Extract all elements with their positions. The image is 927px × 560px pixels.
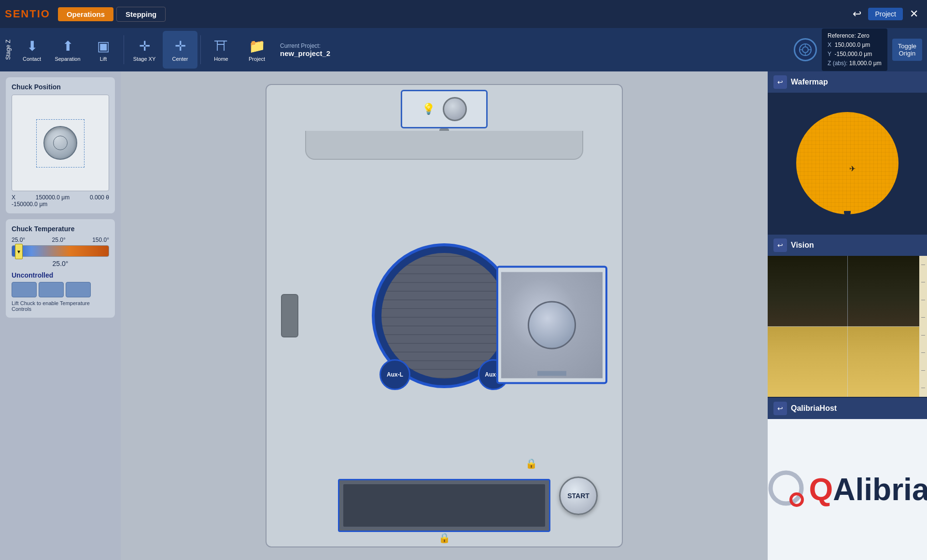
lift-btn[interactable]: ▣ Lift <box>86 31 121 69</box>
stage-xy-btn[interactable]: ✛ Stage XY <box>127 31 162 69</box>
chuck-x-value: 150000.0 μm <box>36 194 70 201</box>
qalibria-section: ↩ QalibriaHost QAlibria <box>768 398 927 560</box>
vision-content <box>768 256 927 397</box>
camera-inner <box>501 272 603 378</box>
wafermap-title: Wafermap <box>791 78 828 86</box>
reference-label: Reference: Zero <box>828 31 882 41</box>
wafermap-section: ↩ Wafermap ✈ <box>768 71 927 235</box>
temp-row: 25.0° 25.0° 150.0° <box>12 237 109 243</box>
vision-crosshair-v <box>847 256 848 397</box>
temp-block-2 <box>39 282 64 297</box>
separation-label: Separation <box>55 56 80 62</box>
y-coord-label: Y <box>828 51 831 57</box>
home-label: Home <box>214 56 228 62</box>
chuck-pos-values: X 150000.0 μm 0.000 θ <box>12 194 109 201</box>
home-btn[interactable]: ⛩ Home <box>204 31 239 69</box>
home-icon: ⛩ <box>214 38 228 54</box>
ruler-tick-7 <box>921 370 925 371</box>
main-content: Chuck Position X 150000.0 μm 0.000 θ -15… <box>0 71 927 560</box>
chuck-dashed-rect <box>36 119 84 168</box>
reference-box: Reference: Zero X 150,000.0 μm Y -150,00… <box>822 28 887 71</box>
temp-note: Lift Chuck to enable Temperature Control… <box>12 300 109 312</box>
bottom-drawer-inner <box>343 484 545 527</box>
lift-icon: ▣ <box>97 38 110 54</box>
light-lens <box>443 97 467 121</box>
temp-bar: ▼ <box>12 245 109 257</box>
stepping-nav-btn[interactable]: Stepping <box>116 7 166 22</box>
toggle-origin-btn[interactable]: ToggleOrigin <box>892 39 922 61</box>
ruler-tick-1 <box>921 265 925 265</box>
qalibria-logo: QAlibria <box>766 468 927 511</box>
vision-expand-btn[interactable]: ↩ <box>773 238 787 252</box>
qalibria-expand-btn[interactable]: ↩ <box>773 402 787 415</box>
center-btn[interactable]: ✛ Center <box>163 31 197 69</box>
ruler-tick-8 <box>921 388 925 388</box>
start-btn[interactable]: START <box>559 476 598 515</box>
z-abs-label: Z (abs): <box>828 60 847 67</box>
temp-max: 150.0° <box>92 237 109 243</box>
project-btn[interactable]: Project <box>868 8 903 20</box>
chuck-platform: Aux-L Aux-R <box>372 243 517 388</box>
bottom-drawer <box>338 479 550 532</box>
temp-mid: 25.0° <box>52 237 66 243</box>
qalibria-text: QAlibria <box>809 474 927 505</box>
wafer-notch <box>844 211 851 216</box>
chuck-temperature-card: Chuck Temperature 25.0° 25.0° 150.0° ▼ 2… <box>6 219 115 318</box>
app-logo: SENTIO <box>5 8 50 20</box>
svg-point-1 <box>802 47 808 53</box>
chuck-temperature-title: Chuck Temperature <box>12 225 109 233</box>
qalibria-rest: Alibria <box>833 472 927 507</box>
toolbar-separator-2 <box>200 35 201 64</box>
close-btn[interactable]: ✕ <box>906 6 922 22</box>
temp-block-3 <box>66 282 91 297</box>
chuck-theta-value: 0.000 θ <box>90 194 109 201</box>
chuck-position-title: Chuck Position <box>12 83 109 91</box>
wafermap-header: ↩ Wafermap <box>768 71 927 93</box>
wafermap-container: ✈ <box>768 93 927 234</box>
chuck-position-card: Chuck Position X 150000.0 μm 0.000 θ -15… <box>6 77 115 213</box>
x-coord-label: X <box>828 42 831 48</box>
top-nav: SENTIO Operations Stepping ↩ Project ✕ <box>0 0 927 28</box>
contact-label: Contact <box>23 56 41 62</box>
separation-icon: ⬆ <box>62 38 73 54</box>
wafermap-expand-btn[interactable]: ↩ <box>773 75 787 89</box>
wafer-circle: ✈ <box>794 110 900 216</box>
temp-uncontrolled-label: Uncontrolled <box>12 271 109 279</box>
x-coord-value: 150,000.0 μm <box>835 42 871 48</box>
camera-stand <box>537 371 566 376</box>
current-project-name: new_project_2 <box>280 49 330 57</box>
light-bulb-icon: 💡 <box>422 103 435 115</box>
operations-nav-btn[interactable]: Operations <box>58 7 113 21</box>
chuck-position-display <box>12 95 109 191</box>
left-panel: Chuck Position X 150000.0 μm 0.000 θ -15… <box>0 71 121 560</box>
project-toolbar-btn[interactable]: 📁 Project <box>239 31 274 69</box>
lift-label: Lift <box>100 56 107 62</box>
aux-l-btn[interactable]: Aux-L <box>379 359 410 390</box>
center-icon: ✛ <box>175 38 186 54</box>
lock-icon-1[interactable]: 🔒 <box>525 458 537 469</box>
chuck-y-value: -150000.0 μm <box>12 201 109 208</box>
back-btn[interactable]: ↩ <box>849 6 865 22</box>
chuck-x-label: X <box>12 194 15 201</box>
toolbar-separator-1 <box>124 35 124 64</box>
machine-frame: 💡 Aux-L Aux-R <box>266 84 623 547</box>
target-icon <box>794 38 817 61</box>
project-toolbar-label: Project <box>249 56 265 62</box>
contact-btn[interactable]: ⬇ Contact <box>14 31 49 69</box>
stage-z-label: Stage Z <box>5 40 12 60</box>
camera-view-box <box>496 266 607 384</box>
center-label: Center <box>172 56 188 62</box>
ruler-tick-6 <box>921 352 925 353</box>
contact-icon: ⬇ <box>27 38 38 54</box>
lock-icon-2[interactable]: 🔒 <box>438 532 450 544</box>
stage-xy-icon: ✛ <box>139 38 150 54</box>
svg-point-6 <box>771 473 801 504</box>
qalibria-q-symbol <box>766 468 809 511</box>
qalibria-title: QalibriaHost <box>791 404 837 413</box>
camera-element <box>528 301 576 349</box>
separation-btn[interactable]: ⬆ Separation <box>50 31 85 69</box>
light-box: 💡 <box>401 90 488 128</box>
vision-ruler <box>919 256 927 397</box>
temp-block-1 <box>12 282 37 297</box>
temp-min: 25.0° <box>12 237 25 243</box>
